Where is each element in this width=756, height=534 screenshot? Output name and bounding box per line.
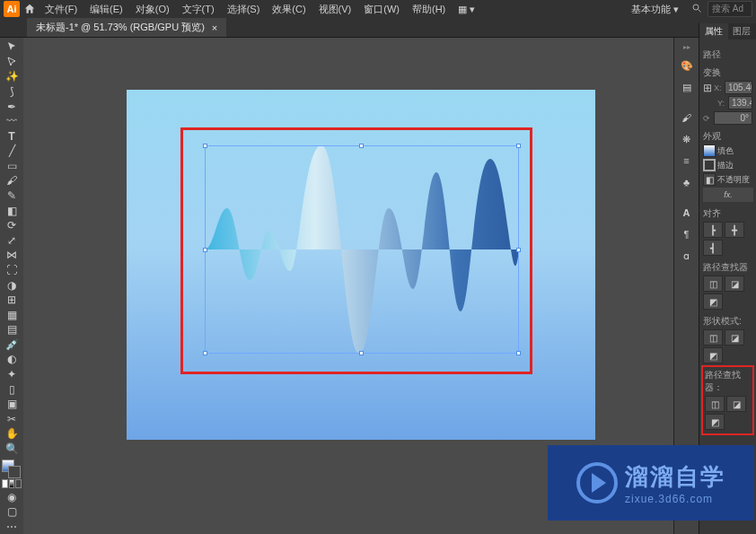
type-tool[interactable]: T <box>2 128 22 144</box>
selection-handle[interactable] <box>203 248 207 252</box>
menu-object[interactable]: 对象(O) <box>130 1 175 18</box>
transform-reference-icon[interactable]: ⊞ <box>703 82 712 94</box>
direct-selection-tool[interactable] <box>2 55 22 70</box>
curvature-tool[interactable]: 〰 <box>2 114 22 129</box>
perspective-grid-tool[interactable]: ⊞ <box>2 293 22 308</box>
section-appearance: 外观 <box>703 130 752 143</box>
x-value[interactable]: 105.40 <box>725 81 752 94</box>
shape-unite-icon[interactable]: ◫ <box>703 329 723 346</box>
color-panel-icon[interactable]: 🎨 <box>677 56 697 75</box>
merge-icon[interactable]: ◩ <box>705 414 725 430</box>
fill-stroke-swatches[interactable] <box>2 460 22 477</box>
align-buttons: ┣ ╋ ┫ <box>703 222 752 256</box>
arrange-documents-icon[interactable]: ▦ ▾ <box>453 2 480 17</box>
stroke-swatch[interactable] <box>8 466 21 478</box>
magic-wand-tool[interactable]: ✨ <box>2 69 22 84</box>
selection-bounds[interactable] <box>205 145 519 354</box>
align-left-icon[interactable]: ┣ <box>703 222 723 238</box>
rectangle-tool[interactable]: ▭ <box>2 159 22 174</box>
paragraph-panel-icon[interactable]: ¶ <box>677 224 697 244</box>
artboard-tool[interactable]: ▣ <box>2 397 22 412</box>
screen-mode-icon[interactable]: ▢ <box>2 504 22 520</box>
selection-handle[interactable] <box>516 144 521 148</box>
align-center-h-icon[interactable]: ╋ <box>725 222 744 238</box>
search-icon[interactable] <box>688 3 706 15</box>
menu-type[interactable]: 文字(T) <box>177 1 220 18</box>
search-input[interactable]: 搜索 Ad <box>708 1 752 17</box>
selection-handle[interactable] <box>359 351 364 355</box>
scale-tool[interactable]: ⤢ <box>2 233 22 249</box>
shape-builder-tool[interactable]: ◑ <box>2 277 22 293</box>
width-tool[interactable]: ⋈ <box>2 248 22 263</box>
selection-handle[interactable] <box>203 351 207 355</box>
character-panel-icon[interactable]: A <box>677 203 697 223</box>
collapse-panels-icon[interactable]: ▸▸ <box>677 43 697 50</box>
selection-handle[interactable] <box>516 248 521 252</box>
y-value[interactable]: 139.45 <box>728 96 752 109</box>
opacity-icon[interactable]: ◧ <box>703 173 716 186</box>
menu-select[interactable]: 选择(S) <box>222 1 266 18</box>
divide-icon[interactable]: ◫ <box>705 396 725 412</box>
home-icon[interactable] <box>22 1 38 17</box>
menubar: Ai 文件(F) 编辑(E) 对象(O) 文字(T) 选择(S) 效果(C) 视… <box>0 0 756 18</box>
mesh-tool[interactable]: ▦ <box>2 307 22 322</box>
hand-tool[interactable]: ✋ <box>2 426 22 442</box>
tab-properties[interactable]: 属性 <box>699 23 728 39</box>
trim-icon[interactable]: ◪ <box>726 396 746 412</box>
section-path: 路径 <box>703 48 752 61</box>
workspace-switcher[interactable]: 基本功能 ▾ <box>624 1 686 18</box>
menu-help[interactable]: 帮助(H) <box>407 1 451 18</box>
document-tab[interactable]: 未标题-1* @ 51.73% (RGB/GPU 预览) × <box>27 18 226 37</box>
shape-minus-icon[interactable]: ◪ <box>725 329 744 346</box>
rotate-value[interactable]: 0° <box>714 111 752 125</box>
selection-handle[interactable] <box>516 351 521 355</box>
tools-panel: ✨ ⟆ ✒ 〰 T ╱ ▭ 🖌 ✎ ◧ ⟳ ⤢ ⋈ ⛶ ◑ ⊞ ▦ ▤ 💉 ◐ … <box>0 38 23 534</box>
close-tab-icon[interactable]: × <box>212 22 217 33</box>
pencil-tool[interactable]: ✎ <box>2 188 22 204</box>
symbol-sprayer-tool[interactable]: ✦ <box>2 367 22 382</box>
fx-button[interactable]: fx. <box>703 188 753 202</box>
align-right-icon[interactable]: ┫ <box>703 240 723 256</box>
artboard[interactable] <box>127 90 595 440</box>
edit-toolbar-icon[interactable]: ⋯ <box>2 520 22 535</box>
clubs-icon[interactable]: ♣ <box>677 172 697 192</box>
free-transform-tool[interactable]: ⛶ <box>2 263 22 278</box>
gradient-tool[interactable]: ▤ <box>2 322 22 337</box>
stroke-panel-icon[interactable]: ≡ <box>677 151 697 171</box>
tab-layers[interactable]: 图层 <box>728 23 757 39</box>
zoom-tool[interactable]: 🔍 <box>2 442 22 457</box>
eraser-tool[interactable]: ◧ <box>2 203 22 218</box>
paintbrush-tool[interactable]: 🖌 <box>2 173 22 188</box>
pen-tool[interactable]: ✒ <box>2 99 22 114</box>
swatches-panel-icon[interactable]: ▤ <box>677 77 697 97</box>
glyphs-panel-icon[interactable]: ɑ <box>677 246 697 266</box>
menu-edit[interactable]: 编辑(E) <box>84 1 128 18</box>
lasso-tool[interactable]: ⟆ <box>2 84 22 100</box>
stroke-swatch-icon[interactable] <box>703 159 716 171</box>
menu-window[interactable]: 窗口(W) <box>358 1 405 18</box>
color-mode-icons[interactable] <box>2 477 22 489</box>
eyedropper-tool[interactable]: 💉 <box>2 337 22 353</box>
unite-icon[interactable]: ◫ <box>703 276 723 292</box>
line-segment-tool[interactable]: ╱ <box>2 144 22 159</box>
slice-tool[interactable]: ✂ <box>2 411 22 426</box>
selection-handle[interactable] <box>359 144 364 148</box>
stroke-label: 描边 <box>717 160 734 171</box>
pathfinder2-buttons: ◫ ◪ ◩ <box>705 396 751 430</box>
selection-tool[interactable] <box>2 39 22 55</box>
menu-file[interactable]: 文件(F) <box>40 1 83 18</box>
selection-handle[interactable] <box>203 144 207 148</box>
draw-mode-icon[interactable]: ◉ <box>2 489 22 504</box>
rotate-tool[interactable]: ⟳ <box>2 218 22 233</box>
minus-front-icon[interactable]: ◪ <box>725 276 744 292</box>
shape-intersect-icon[interactable]: ◩ <box>703 347 723 363</box>
symbols-panel-icon[interactable]: ❋ <box>677 129 697 149</box>
blend-tool[interactable]: ◐ <box>2 352 22 367</box>
column-graph-tool[interactable]: ▯ <box>2 381 22 397</box>
menu-effect[interactable]: 效果(C) <box>267 1 311 18</box>
intersect-icon[interactable]: ◩ <box>703 293 723 310</box>
watermark-url: zixue.3d66.com <box>625 493 725 505</box>
brushes-panel-icon[interactable]: 🖌 <box>677 108 697 127</box>
menu-view[interactable]: 视图(V) <box>313 1 357 18</box>
fill-swatch-icon[interactable] <box>703 144 716 157</box>
